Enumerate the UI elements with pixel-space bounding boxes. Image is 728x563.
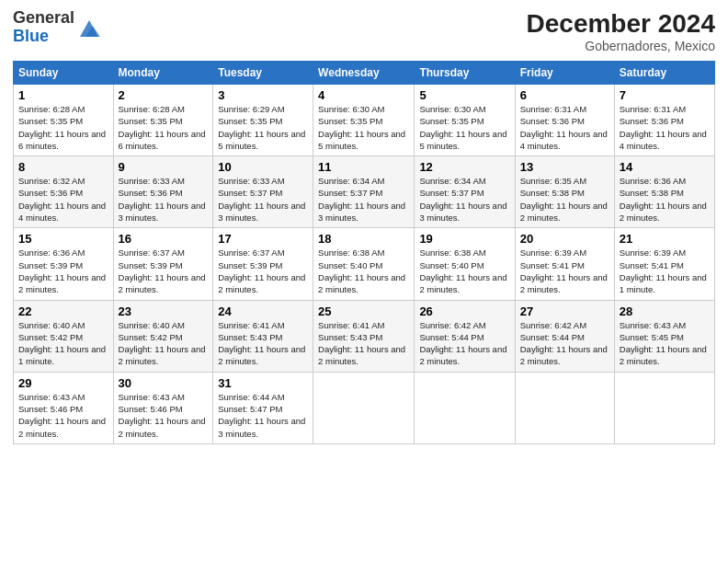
calendar-body: 1Sunrise: 6:28 AMSunset: 5:35 PMDaylight…	[14, 85, 715, 444]
day-info: Sunrise: 6:43 AMSunset: 5:45 PMDaylight:…	[620, 320, 707, 367]
day-number: 29	[18, 376, 108, 390]
table-row	[515, 372, 614, 443]
logo-icon	[76, 15, 102, 40]
day-number: 11	[318, 160, 409, 174]
day-number: 27	[520, 304, 609, 318]
month-year: December 2024	[527, 9, 715, 39]
day-info: Sunrise: 6:36 AMSunset: 5:38 PMDaylight:…	[620, 176, 707, 223]
table-row: 10Sunrise: 6:33 AMSunset: 5:37 PMDayligh…	[213, 156, 313, 228]
day-info: Sunrise: 6:34 AMSunset: 5:37 PMDaylight:…	[318, 176, 405, 223]
day-number: 4	[318, 88, 409, 102]
table-row: 22Sunrise: 6:40 AMSunset: 5:42 PMDayligh…	[14, 300, 114, 372]
table-row: 9Sunrise: 6:33 AMSunset: 5:36 PMDaylight…	[113, 156, 213, 228]
calendar-table: Sunday Monday Tuesday Wednesday Thursday…	[13, 61, 715, 444]
day-number: 10	[218, 160, 308, 174]
table-row: 4Sunrise: 6:30 AMSunset: 5:35 PMDaylight…	[313, 85, 415, 156]
day-info: Sunrise: 6:35 AMSunset: 5:38 PMDaylight:…	[520, 176, 608, 223]
table-row: 13Sunrise: 6:35 AMSunset: 5:38 PMDayligh…	[515, 156, 614, 228]
day-number: 14	[620, 160, 710, 174]
day-number: 17	[218, 232, 308, 246]
day-info: Sunrise: 6:34 AMSunset: 5:37 PMDaylight:…	[419, 176, 506, 223]
day-number: 2	[119, 88, 209, 102]
day-number: 18	[318, 232, 409, 246]
day-number: 31	[218, 376, 308, 390]
table-row	[313, 372, 415, 443]
col-wednesday: Wednesday	[313, 62, 415, 85]
calendar-week-row: 1Sunrise: 6:28 AMSunset: 5:35 PMDaylight…	[14, 85, 715, 156]
day-number: 19	[419, 232, 509, 246]
calendar-week-row: 22Sunrise: 6:40 AMSunset: 5:42 PMDayligh…	[14, 300, 715, 372]
day-info: Sunrise: 6:42 AMSunset: 5:44 PMDaylight:…	[520, 320, 608, 367]
day-info: Sunrise: 6:38 AMSunset: 5:40 PMDaylight:…	[318, 247, 405, 294]
day-number: 24	[218, 304, 308, 318]
day-number: 7	[620, 88, 710, 102]
title-block: December 2024 Gobernadores, Mexico	[527, 9, 715, 53]
day-info: Sunrise: 6:33 AMSunset: 5:36 PMDaylight:…	[119, 176, 206, 223]
table-row: 27Sunrise: 6:42 AMSunset: 5:44 PMDayligh…	[515, 300, 614, 372]
day-number: 9	[119, 160, 209, 174]
calendar-header-row: Sunday Monday Tuesday Wednesday Thursday…	[14, 62, 715, 85]
calendar-week-row: 15Sunrise: 6:36 AMSunset: 5:39 PMDayligh…	[14, 228, 715, 300]
day-info: Sunrise: 6:44 AMSunset: 5:47 PMDaylight:…	[218, 392, 305, 439]
day-number: 26	[419, 304, 509, 318]
col-thursday: Thursday	[415, 62, 515, 85]
day-number: 3	[218, 88, 308, 102]
day-info: Sunrise: 6:28 AMSunset: 5:35 PMDaylight:…	[119, 104, 206, 151]
header: General Blue December 2024 Gobernadores,…	[13, 9, 715, 53]
table-row: 5Sunrise: 6:30 AMSunset: 5:35 PMDaylight…	[415, 85, 515, 156]
table-row: 29Sunrise: 6:43 AMSunset: 5:46 PMDayligh…	[14, 372, 114, 443]
day-info: Sunrise: 6:33 AMSunset: 5:37 PMDaylight:…	[218, 176, 305, 223]
col-sunday: Sunday	[14, 62, 114, 85]
day-number: 5	[419, 88, 509, 102]
day-number: 13	[520, 160, 609, 174]
table-row: 14Sunrise: 6:36 AMSunset: 5:38 PMDayligh…	[614, 156, 714, 228]
logo-general-text: General	[13, 8, 74, 27]
table-row: 23Sunrise: 6:40 AMSunset: 5:42 PMDayligh…	[113, 300, 213, 372]
table-row: 11Sunrise: 6:34 AMSunset: 5:37 PMDayligh…	[313, 156, 415, 228]
table-row: 18Sunrise: 6:38 AMSunset: 5:40 PMDayligh…	[313, 228, 415, 300]
day-info: Sunrise: 6:39 AMSunset: 5:41 PMDaylight:…	[520, 247, 608, 294]
logo: General Blue	[13, 9, 102, 46]
day-info: Sunrise: 6:39 AMSunset: 5:41 PMDaylight:…	[620, 247, 707, 294]
page-container: General Blue December 2024 Gobernadores,…	[0, 0, 728, 454]
day-number: 6	[520, 88, 609, 102]
day-info: Sunrise: 6:38 AMSunset: 5:40 PMDaylight:…	[419, 247, 506, 294]
day-info: Sunrise: 6:31 AMSunset: 5:36 PMDaylight:…	[620, 104, 707, 151]
col-tuesday: Tuesday	[213, 62, 313, 85]
day-number: 20	[520, 232, 609, 246]
day-info: Sunrise: 6:32 AMSunset: 5:36 PMDaylight:…	[18, 176, 106, 223]
table-row: 25Sunrise: 6:41 AMSunset: 5:43 PMDayligh…	[313, 300, 415, 372]
table-row: 3Sunrise: 6:29 AMSunset: 5:35 PMDaylight…	[213, 85, 313, 156]
table-row: 28Sunrise: 6:43 AMSunset: 5:45 PMDayligh…	[614, 300, 714, 372]
table-row	[415, 372, 515, 443]
table-row: 2Sunrise: 6:28 AMSunset: 5:35 PMDaylight…	[113, 85, 213, 156]
location: Gobernadores, Mexico	[527, 39, 715, 53]
day-info: Sunrise: 6:31 AMSunset: 5:36 PMDaylight:…	[520, 104, 608, 151]
table-row: 8Sunrise: 6:32 AMSunset: 5:36 PMDaylight…	[14, 156, 114, 228]
table-row: 19Sunrise: 6:38 AMSunset: 5:40 PMDayligh…	[415, 228, 515, 300]
day-number: 15	[18, 232, 108, 246]
day-number: 1	[18, 88, 108, 102]
day-info: Sunrise: 6:43 AMSunset: 5:46 PMDaylight:…	[18, 392, 106, 439]
day-info: Sunrise: 6:28 AMSunset: 5:35 PMDaylight:…	[18, 104, 106, 151]
table-row: 17Sunrise: 6:37 AMSunset: 5:39 PMDayligh…	[213, 228, 313, 300]
table-row: 26Sunrise: 6:42 AMSunset: 5:44 PMDayligh…	[415, 300, 515, 372]
table-row	[614, 372, 714, 443]
table-row: 15Sunrise: 6:36 AMSunset: 5:39 PMDayligh…	[14, 228, 114, 300]
table-row: 12Sunrise: 6:34 AMSunset: 5:37 PMDayligh…	[415, 156, 515, 228]
day-info: Sunrise: 6:40 AMSunset: 5:42 PMDaylight:…	[119, 320, 206, 367]
table-row: 6Sunrise: 6:31 AMSunset: 5:36 PMDaylight…	[515, 85, 614, 156]
day-number: 16	[119, 232, 209, 246]
day-info: Sunrise: 6:29 AMSunset: 5:35 PMDaylight:…	[218, 104, 305, 151]
table-row: 16Sunrise: 6:37 AMSunset: 5:39 PMDayligh…	[113, 228, 213, 300]
day-info: Sunrise: 6:30 AMSunset: 5:35 PMDaylight:…	[318, 104, 405, 151]
day-number: 12	[419, 160, 509, 174]
day-info: Sunrise: 6:42 AMSunset: 5:44 PMDaylight:…	[419, 320, 506, 367]
col-monday: Monday	[113, 62, 213, 85]
day-info: Sunrise: 6:41 AMSunset: 5:43 PMDaylight:…	[218, 320, 305, 367]
table-row: 24Sunrise: 6:41 AMSunset: 5:43 PMDayligh…	[213, 300, 313, 372]
table-row: 1Sunrise: 6:28 AMSunset: 5:35 PMDaylight…	[14, 85, 114, 156]
day-info: Sunrise: 6:37 AMSunset: 5:39 PMDaylight:…	[218, 247, 305, 294]
logo-blue-text: Blue	[13, 27, 49, 45]
day-number: 8	[18, 160, 108, 174]
